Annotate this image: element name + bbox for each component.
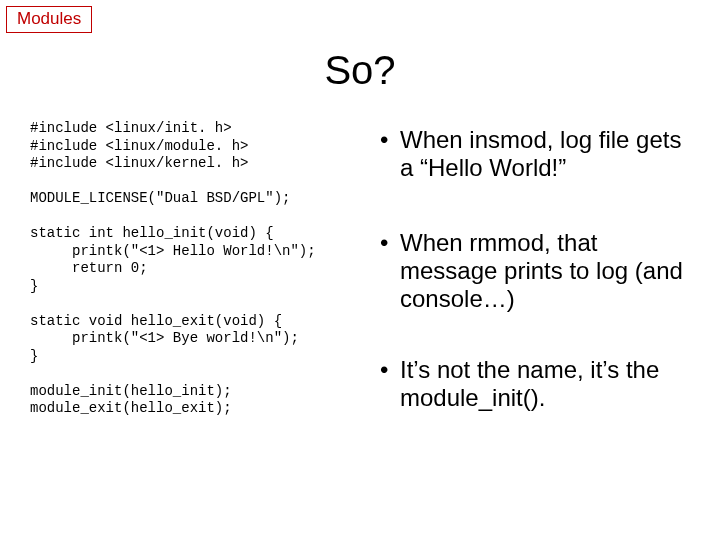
code-column: #include <linux/init. h> #include <linux… [30, 120, 370, 450]
content-area: #include <linux/init. h> #include <linux… [30, 120, 690, 450]
bullet-item: When rmmod, that message prints to log (… [380, 229, 690, 314]
slide-title: So? [0, 48, 720, 93]
bullet-list: When insmod, log file gets a “Hello Worl… [380, 126, 690, 412]
category-tag: Modules [6, 6, 92, 33]
bullet-item: When insmod, log file gets a “Hello Worl… [380, 126, 690, 183]
bullet-item: It’s not the name, it’s the module_init(… [380, 356, 690, 413]
slide: Modules So? #include <linux/init. h> #in… [0, 0, 720, 540]
bullet-column: When insmod, log file gets a “Hello Worl… [370, 120, 690, 450]
code-block: #include <linux/init. h> #include <linux… [30, 120, 370, 418]
